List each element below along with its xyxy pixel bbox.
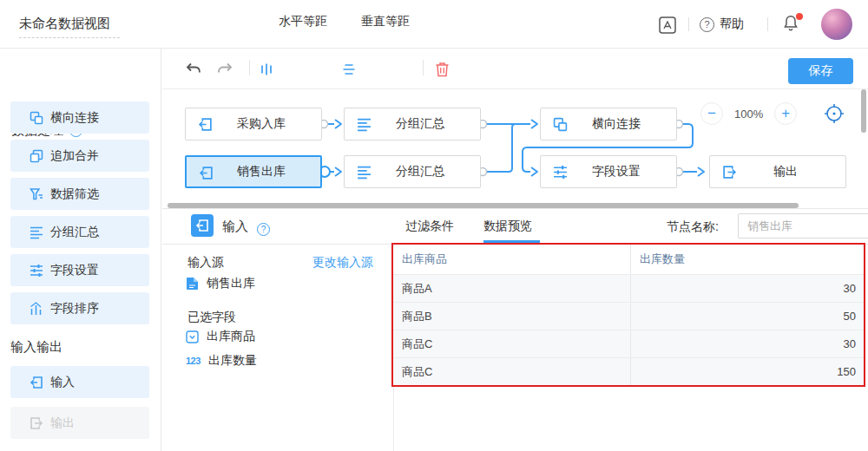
table-cell: 商品C [393,330,631,357]
notification-badge [796,13,803,20]
change-source-link[interactable]: 更改输入源 [312,255,373,271]
zoom-level: 100% [734,108,763,121]
selected-fields-label: 已选字段 [187,310,236,325]
output-icon [722,165,737,180]
group-summary-icon [357,165,372,180]
sidebar-item-join[interactable]: 横向连接 [10,101,149,134]
zoom-out-button[interactable]: − [700,102,723,125]
join-icon [30,111,43,125]
panel-input-icon [191,214,214,237]
active-tab-underline [483,240,540,243]
flow-node-purchase-inbound[interactable]: 采购入库 [185,108,322,141]
app-directory-icon[interactable] [657,15,678,36]
input-icon [198,117,213,132]
data-view-app: 未命名数据视图 ? 帮助 数据处理 ? [0,0,868,451]
flow-node-sales-outbound[interactable]: 销售出库 [185,155,322,188]
header-divider [688,17,689,31]
page-title[interactable]: 未命名数据视图 [19,16,120,38]
table-header-cell[interactable]: 出库商品 [393,245,631,274]
group-summary-icon [357,117,372,132]
table-cell: 30 [631,275,865,302]
join-icon [553,117,568,132]
sidebar-item-group-summary[interactable]: 分组汇总 [10,216,149,248]
node-label: 输出 [773,164,798,180]
panel-title: 输入 [222,219,248,235]
sidebar-item-output: 输出 [10,407,149,439]
help-label: 帮助 [720,16,744,32]
node-name-input[interactable] [738,213,868,239]
horizontal-spacing-label[interactable]: 水平等距 [279,14,327,29]
table-row: 商品C 150 [393,357,865,385]
tab-filter-conditions[interactable]: 过滤条件 [405,219,454,234]
flow-node-group-summary-1[interactable]: 分组汇总 [344,108,481,141]
sidebar-item-filter[interactable]: 数据筛选 [10,178,149,210]
field-settings-icon [553,165,568,180]
source-item[interactable]: 销售出库 [186,276,255,291]
table-cell: 150 [631,358,865,385]
table-row: 商品B 50 [393,302,865,330]
input-source-label: 输入源 [187,255,224,271]
sidebar-item-label: 字段排序 [50,301,99,317]
node-label: 分组汇总 [396,164,444,180]
header-divider [767,17,768,31]
sidebar-section-io: 输入输出 [10,339,62,356]
canvas-vertical-scrollbar[interactable] [861,89,866,133]
data-preview-table: 出库商品 出库数量 商品A 30 商品B 50 商品C 30 商品C 150 [393,245,865,386]
sidebar-item-field-settings[interactable]: 字段设置 [10,254,149,286]
table-row: 商品C 30 [393,330,865,357]
node-label: 横向连接 [592,116,641,132]
node-label: 采购入库 [237,116,286,132]
table-row: 商品A 30 [393,274,865,302]
flow-node-field-settings[interactable]: 字段设置 [540,155,677,188]
input-icon [199,166,214,180]
field-sort-icon [30,302,43,316]
user-avatar[interactable] [821,9,852,40]
text-field-type-icon [186,330,199,343]
sidebar-item-label: 输出 [50,415,75,431]
table-header-cell[interactable]: 出库数量 [631,245,865,274]
sidebar-item-union[interactable]: 追加合并 [10,140,149,172]
field-name: 出库数量 [208,353,257,369]
sidebar-item-label: 数据筛选 [50,186,99,202]
group-summary-icon [30,226,43,239]
flow-node-group-summary-2[interactable]: 分组汇总 [344,155,481,188]
document-icon [186,277,199,291]
source-name: 销售出库 [207,276,255,291]
sidebar-item-label: 分组汇总 [50,225,99,240]
flow-node-join[interactable]: 横向连接 [540,108,677,141]
node-label: 分组汇总 [396,116,444,132]
sidebar-item-input[interactable]: 输入 [10,366,149,398]
table-cell: 商品C [393,358,631,385]
union-icon [30,149,43,163]
sidebar-item-label: 追加合并 [50,148,99,164]
panel-help-icon[interactable]: ? [257,220,270,236]
help-button[interactable]: ? 帮助 [700,16,744,32]
node-label: 字段设置 [592,164,641,180]
table-cell: 50 [631,303,865,330]
table-header-row: 出库商品 出库数量 [393,245,865,274]
table-cell: 商品A [393,275,631,302]
help-icon: ? [700,17,714,32]
vertical-spacing-label[interactable]: 垂直等距 [361,14,410,29]
table-cell: 30 [631,330,865,357]
locate-icon[interactable] [823,102,845,125]
field-settings-icon [30,264,43,278]
field-item-number[interactable]: 123 出库数量 [186,353,257,369]
sidebar-item-label: 横向连接 [50,110,99,126]
tab-data-preview[interactable]: 数据预览 [483,219,532,234]
zoom-controls: − 100% + [700,102,797,125]
zoom-in-button[interactable]: + [774,102,797,125]
field-item-text[interactable]: 出库商品 [186,329,255,344]
input-icon [30,376,43,389]
sidebar: 数据处理 ? 横向连接 追加合并 数据筛选 [0,49,161,451]
sidebar-item-label: 输入 [50,375,75,390]
notification-bell-icon[interactable] [781,13,804,36]
output-icon [30,416,43,430]
field-name: 出库商品 [207,329,255,344]
table-cell: 商品B [393,303,631,330]
sidebar-item-label: 字段设置 [50,263,99,278]
node-name-label: 节点名称: [667,219,719,235]
number-field-type-icon: 123 [186,356,201,366]
flow-node-output[interactable]: 输出 [709,155,846,188]
sidebar-item-field-sort[interactable]: 字段排序 [10,292,149,324]
